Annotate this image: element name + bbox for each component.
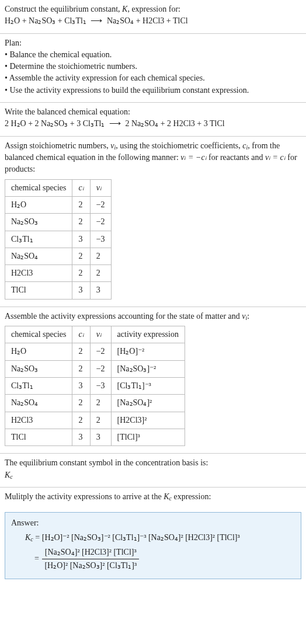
activity-table: chemical species cᵢ νᵢ activity expressi… — [5, 326, 185, 446]
cell-species: H₂O — [5, 343, 72, 360]
table-row: H₂O2−2[H₂O]⁻² — [5, 343, 185, 360]
cell-species: Na₂SO₃ — [5, 214, 72, 231]
col-species: chemical species — [5, 326, 72, 343]
table-row: Na₂SO₃2−2 — [5, 214, 112, 231]
kc-c: c — [10, 473, 12, 479]
activity-section: Assemble the activity expressions accoun… — [0, 307, 306, 454]
cell-nui: 2 — [90, 248, 111, 264]
plan-title: Plan: — [5, 37, 301, 49]
plan-section: Plan: • Balance the chemical equation. •… — [0, 34, 306, 102]
balanced-title: Write the balanced chemical equation: — [5, 106, 301, 118]
equals-sign: = — [34, 554, 41, 563]
table-row: H2Cl322[H2Cl3]² — [5, 412, 185, 429]
kc-symbol-section: The equilibrium constant symbol in the c… — [0, 454, 306, 487]
balanced-lhs: 2 H₂O + 2 Na₂SO₃ + 3 Cl₃Tl₁ — [5, 119, 105, 128]
kc-lhs: Kc — [25, 532, 33, 544]
question-k: K — [122, 5, 127, 13]
kc-k: K — [164, 492, 169, 501]
answer-numerator: [Na₂SO₄]² [H2Cl3]² [TlCl]³ — [42, 546, 139, 559]
reaction-lhs: H₂O + Na₂SO₃ + Cl₃Tl₁ — [5, 16, 86, 25]
assign-text-b: , using the stoichiometric coefficients, — [116, 141, 242, 150]
cell-activity: [Na₂SO₄]² — [111, 395, 185, 412]
cell-ci: 2 — [72, 412, 90, 429]
assign-rel1: νᵢ = −cᵢ — [180, 153, 206, 162]
question-text-b: , expression for: — [127, 5, 180, 13]
kc-k: K — [5, 471, 10, 479]
cell-nui: 2 — [90, 395, 111, 412]
table-row: TlCl33 — [5, 282, 112, 299]
reaction-rhs: Na₂SO₄ + H2Cl3 + TlCl — [107, 16, 188, 25]
assign-section: Assign stoichiometric numbers, νi, using… — [0, 137, 306, 307]
multiply-text-a: Mulitply the activity expressions to arr… — [5, 492, 164, 501]
equals-sign: = — [33, 533, 42, 542]
cell-species: TlCl — [5, 429, 72, 445]
cell-ci: 2 — [72, 248, 90, 264]
activity-title-a: Assemble the activity expressions accoun… — [5, 312, 242, 321]
table-row: H₂O2−2 — [5, 196, 112, 213]
answer-fraction: [Na₂SO₄]² [H2Cl3]² [TlCl]³ [H₂O]² [Na₂SO… — [42, 546, 139, 572]
multiply-section: Mulitply the activity expressions to arr… — [0, 488, 306, 509]
cell-activity: [Cl₃Tl₁]⁻³ — [111, 378, 185, 395]
assign-rel2: νᵢ = cᵢ — [265, 153, 286, 162]
table-row: Na₂SO₄22 — [5, 248, 112, 264]
cell-ci: 2 — [72, 343, 90, 360]
cell-ci: 3 — [72, 282, 90, 299]
plan-bullet: • Balance the chemical equation. — [5, 49, 301, 61]
table-row: TlCl33[TlCl]³ — [5, 429, 185, 445]
question-line: Construct the equilibrium constant, K, e… — [5, 4, 301, 15]
assign-text: Assign stoichiometric numbers, νi, using… — [5, 140, 301, 176]
table-row: Na₂SO₄22[Na₂SO₄]² — [5, 395, 185, 412]
cell-nui: −2 — [90, 196, 111, 213]
balanced-arrow: ⟶ — [107, 119, 123, 128]
cell-species: TlCl — [5, 282, 72, 299]
kc-symbol: Kc — [5, 469, 301, 481]
assign-text-a: Assign stoichiometric numbers, — [5, 141, 110, 150]
balanced-rhs: 2 Na₂SO₄ + 2 H2Cl3 + 3 TlCl — [125, 119, 224, 128]
answer-box: Answer: Kc = [H₂O]⁻² [Na₂SO₃]⁻² [Cl₃Tl₁]… — [5, 512, 301, 579]
cell-ci: 2 — [72, 395, 90, 412]
unbalanced-equation: H₂O + Na₂SO₃ + Cl₃Tl₁ ⟶ Na₂SO₄ + H2Cl3 +… — [5, 15, 301, 27]
activity-title: Assemble the activity expressions accoun… — [5, 311, 301, 322]
cell-nui: −2 — [90, 343, 111, 360]
answer-expression-line2: = [Na₂SO₄]² [H2Cl3]² [TlCl]³ [H₂O]² [Na₂… — [11, 546, 295, 572]
cell-ci: 2 — [72, 265, 90, 282]
plan-bullet: • Assemble the activity expression for e… — [5, 72, 301, 84]
balanced-equation: 2 H₂O + 2 Na₂SO₃ + 3 Cl₃Tl₁ ⟶ 2 Na₂SO₄ +… — [5, 118, 301, 130]
cell-species: Cl₃Tl₁ — [5, 231, 72, 248]
activity-title-b: : — [247, 312, 249, 321]
plan-bullet: • Determine the stoichiometric numbers. — [5, 61, 301, 72]
multiply-text-b: expression: — [172, 492, 211, 501]
cell-activity: [Na₂SO₃]⁻² — [111, 360, 185, 377]
table-row: Cl₃Tl₁3−3[Cl₃Tl₁]⁻³ — [5, 378, 185, 395]
col-species: chemical species — [5, 179, 72, 196]
col-nui: νᵢ — [90, 326, 111, 343]
kc-symbol-line: The equilibrium constant symbol in the c… — [5, 457, 301, 469]
cell-ci: 3 — [72, 429, 90, 445]
answer-denominator: [H₂O]² [Na₂SO₃]² [Cl₃Tl₁]³ — [42, 559, 139, 572]
table-row: Cl₃Tl₁3−3 — [5, 231, 112, 248]
cell-nui: 3 — [90, 429, 111, 445]
kc-k: K — [25, 533, 30, 542]
cell-ci: 3 — [72, 231, 90, 248]
question-text-a: Construct the equilibrium constant, — [5, 5, 122, 13]
cell-activity: [TlCl]³ — [111, 429, 185, 445]
assign-text-e: for reactants and — [207, 153, 265, 162]
table-row: Na₂SO₃2−2[Na₂SO₃]⁻² — [5, 360, 185, 377]
answer-title: Answer: — [11, 517, 295, 529]
table-header-row: chemical species cᵢ νᵢ — [5, 179, 112, 196]
plan-bullet: • Use the activity expressions to build … — [5, 85, 301, 96]
answer-long-product: [H₂O]⁻² [Na₂SO₃]⁻² [Cl₃Tl₁]⁻³ [Na₂SO₄]² … — [42, 533, 240, 542]
cell-species: Na₂SO₄ — [5, 248, 72, 264]
table-header-row: chemical species cᵢ νᵢ activity expressi… — [5, 326, 185, 343]
stoich-table: chemical species cᵢ νᵢ H₂O2−2 Na₂SO₃2−2 … — [5, 179, 112, 300]
cell-ci: 2 — [72, 214, 90, 231]
cell-species: H2Cl3 — [5, 265, 72, 282]
cell-nui: −2 — [90, 360, 111, 377]
table-row: H2Cl322 — [5, 265, 112, 282]
cell-nui: 2 — [90, 412, 111, 429]
cell-nui: 3 — [90, 282, 111, 299]
reaction-arrow: ⟶ — [88, 16, 105, 25]
cell-species: Na₂SO₄ — [5, 395, 72, 412]
col-ci: cᵢ — [72, 326, 90, 343]
cell-ci: 2 — [72, 196, 90, 213]
